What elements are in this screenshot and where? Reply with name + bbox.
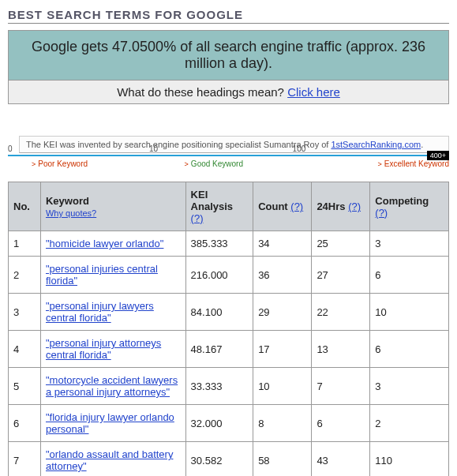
cell-kei: 30.582 <box>185 442 253 477</box>
cell-no: 6 <box>9 405 41 442</box>
cell-keyword: "personal injuries central florida" <box>40 257 185 294</box>
keyword-link[interactable]: "motorcycle accident lawyers a personal … <box>46 374 178 398</box>
cell-count: 29 <box>253 294 312 331</box>
cell-keyword: "motorcycle accident lawyers a personal … <box>40 368 185 405</box>
cell-24hrs: 25 <box>312 231 370 257</box>
col-count: Count (?) <box>253 182 312 231</box>
cell-kei: 32.000 <box>185 405 253 442</box>
cell-count: 34 <box>253 231 312 257</box>
keyword-link[interactable]: "personal injury lawyers central florida… <box>46 300 154 324</box>
banner: Google gets 47.0500% of all search engin… <box>8 30 449 104</box>
cell-kei: 48.167 <box>185 331 253 368</box>
cell-no: 1 <box>9 231 41 257</box>
cell-competing: 3 <box>370 368 449 405</box>
scale-bar <box>8 155 449 156</box>
cell-kei: 84.100 <box>185 294 253 331</box>
cell-competing: 110 <box>370 442 449 477</box>
col-competing-label: Competing <box>375 195 429 207</box>
col-24hrs: 24Hrs (?) <box>312 182 370 231</box>
headings-help-link[interactable]: Click here <box>287 85 340 99</box>
cell-no: 2 <box>9 257 41 294</box>
col-keyword-label: Keyword <box>46 195 89 207</box>
cell-kei: 33.333 <box>185 368 253 405</box>
scale-label-excellent-text: Excellent Keyword <box>384 159 449 168</box>
why-quotes-link[interactable]: Why quotes? <box>46 208 181 218</box>
kei-note-suffix: . <box>421 140 423 149</box>
count-help-link[interactable]: (?) <box>290 201 303 212</box>
kei-note-prefix: The KEI was invented by search engine po… <box>26 140 331 149</box>
cell-count: 58 <box>253 442 312 477</box>
cell-kei: 385.333 <box>185 231 253 257</box>
cell-competing: 3 <box>370 231 449 257</box>
cell-no: 4 <box>9 331 41 368</box>
scale-tick-100: 100 <box>293 144 306 153</box>
table-row: 6"florida injury lawyer orlando personal… <box>9 405 449 442</box>
col-no: No. <box>9 182 41 231</box>
col-competing: Competing (?) <box>370 182 449 231</box>
cell-keyword: "orlando assault and battery attorney" <box>40 442 185 477</box>
cell-competing: 6 <box>370 331 449 368</box>
cell-no: 7 <box>9 442 41 477</box>
banner-sub-text: What do these headings mean? <box>117 85 287 99</box>
cell-competing: 2 <box>370 405 449 442</box>
page-title: BEST SEARCH TERMS FOR GOOGLE <box>8 8 449 24</box>
cell-24hrs: 27 <box>312 257 370 294</box>
table-row: 3"personal injury lawyers central florid… <box>9 294 449 331</box>
hrs-help-link[interactable]: (?) <box>348 201 361 212</box>
keyword-link[interactable]: "personal injury attorneys central flori… <box>46 337 161 361</box>
cell-24hrs: 6 <box>312 405 370 442</box>
scale-label-poor-text: Poor Keyword <box>38 159 88 168</box>
keywords-table: No. Keyword Why quotes? KEI Analysis (?)… <box>8 182 449 476</box>
table-row: 5"motorcycle accident lawyers a personal… <box>9 368 449 405</box>
cell-24hrs: 7 <box>312 368 370 405</box>
banner-main-text: Google gets 47.0500% of all search engin… <box>9 31 448 81</box>
cell-24hrs: 22 <box>312 294 370 331</box>
cell-keyword: "florida injury lawyer orlando personal" <box>40 405 185 442</box>
cell-count: 8 <box>253 405 312 442</box>
table-row: 1"homicide lawyer orlando"385.33334253 <box>9 231 449 257</box>
table-row: 7"orlando assault and battery attorney"3… <box>9 442 449 477</box>
cell-competing: 6 <box>370 257 449 294</box>
cell-count: 10 <box>253 368 312 405</box>
cell-keyword: "personal injury attorneys central flori… <box>40 331 185 368</box>
kei-scale: 0 10 100 400+ >Poor Keyword >Good Keywor… <box>8 155 449 174</box>
cell-count: 17 <box>253 331 312 368</box>
keyword-link[interactable]: "florida injury lawyer orlando personal" <box>46 411 174 435</box>
cell-kei: 216.000 <box>185 257 253 294</box>
cell-count: 36 <box>253 257 312 294</box>
kei-source-link[interactable]: 1stSearchRanking.com <box>331 140 421 149</box>
scale-tick-10: 10 <box>149 144 158 153</box>
scale-label-good: >Good Keyword <box>185 159 243 168</box>
cell-24hrs: 13 <box>312 331 370 368</box>
table-row: 4"personal injury attorneys central flor… <box>9 331 449 368</box>
keyword-link[interactable]: "personal injuries central florida" <box>46 263 158 287</box>
table-row: 2"personal injuries central florida"216.… <box>9 257 449 294</box>
cell-no: 3 <box>9 294 41 331</box>
cell-24hrs: 43 <box>312 442 370 477</box>
cell-competing: 10 <box>370 294 449 331</box>
cell-keyword: "homicide lawyer orlando" <box>40 231 185 257</box>
kei-note: The KEI was invented by search engine po… <box>19 136 449 153</box>
scale-label-good-text: Good Keyword <box>191 159 243 168</box>
cell-no: 5 <box>9 368 41 405</box>
col-kei: KEI Analysis (?) <box>185 182 253 231</box>
col-keyword: Keyword Why quotes? <box>40 182 185 231</box>
col-count-label: Count <box>258 201 290 212</box>
scale-label-excellent: >Excellent Keyword <box>377 159 449 168</box>
cell-keyword: "personal injury lawyers central florida… <box>40 294 185 331</box>
competing-help-link[interactable]: (?) <box>375 207 388 219</box>
keyword-link[interactable]: "homicide lawyer orlando" <box>46 238 163 249</box>
scale-tick-0: 0 <box>8 144 13 153</box>
scale-label-poor: >Poor Keyword <box>32 159 88 168</box>
keyword-link[interactable]: "orlando assault and battery attorney" <box>46 448 173 472</box>
kei-help-link[interactable]: (?) <box>191 212 204 224</box>
col-kei-label: KEI Analysis <box>191 189 233 212</box>
banner-sub: What do these headings mean? Click here <box>9 81 448 103</box>
col-24hrs-label: 24Hrs <box>317 201 348 212</box>
